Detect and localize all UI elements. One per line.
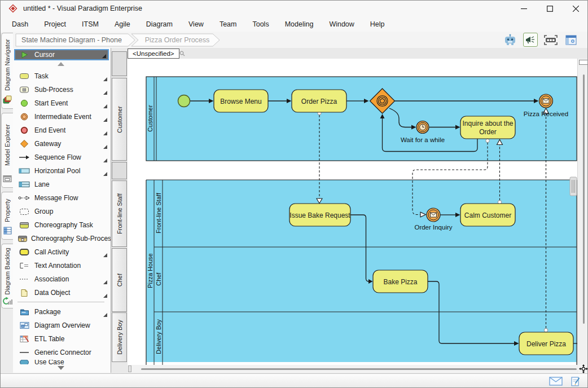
palette-scroll-down[interactable] xyxy=(13,366,109,370)
tab-model-explorer[interactable]: Model Explorer xyxy=(1,113,13,188)
task-order-pizza[interactable]: Order Pizza xyxy=(292,90,346,112)
horizontal-scrollbar[interactable] xyxy=(128,365,577,373)
group-icon xyxy=(17,208,31,215)
pan-tool-icon[interactable] xyxy=(578,364,588,374)
breadcrumb-label-1[interactable]: State Machine Diagram - Phone xyxy=(21,36,122,44)
layout-panel-icon[interactable] xyxy=(564,33,578,47)
palette-scroll-up[interactable] xyxy=(13,62,109,66)
task-calm-customer[interactable]: Calm Customer xyxy=(460,204,515,226)
breadcrumb-label-2[interactable]: Pizza Order Process xyxy=(145,36,210,44)
palette-item-data-object[interactable]: Data Object xyxy=(14,286,109,299)
minimize-button[interactable] xyxy=(511,1,537,16)
start-event[interactable] xyxy=(178,95,190,107)
palette-item-message-flow[interactable]: Message Flow xyxy=(14,192,109,204)
menu-view[interactable]: View xyxy=(188,20,204,28)
announcement-megaphone-icon[interactable] xyxy=(523,33,538,47)
maximize-button[interactable] xyxy=(537,1,563,16)
menu-help[interactable]: Help xyxy=(370,20,385,28)
task-browse-menu[interactable]: Browse Menu xyxy=(214,90,268,112)
submenu-corner xyxy=(103,253,107,257)
palette-item-lane[interactable]: Lane xyxy=(14,178,109,191)
tab-diagram-backlog[interactable]: Diagram Backlog xyxy=(1,244,13,308)
palette-item-sub-process[interactable]: Sub-Process xyxy=(14,83,109,96)
submenu-corner xyxy=(103,280,107,284)
horizontal-pool-icon xyxy=(17,167,31,174)
palette-item-choreography-sub-process[interactable]: Choreography Sub-Process xyxy=(14,232,109,245)
palette-separator xyxy=(17,302,104,302)
magnifier-icon[interactable] xyxy=(179,51,185,56)
filmstrip-frame-icon[interactable] xyxy=(543,33,558,47)
horizontal-scrollbar-thumb[interactable] xyxy=(141,368,577,370)
call-activity-icon xyxy=(17,248,31,256)
window-title: untitled * - Visual Paradigm Enterprise xyxy=(23,5,142,12)
palette-item-end-event[interactable]: End Event xyxy=(14,124,109,136)
gateway-icon xyxy=(17,139,31,148)
row-header-blank[interactable] xyxy=(112,51,127,76)
menu-agile[interactable]: Agile xyxy=(115,20,130,28)
message-envelope-icon[interactable] xyxy=(549,377,563,386)
palette-item-horizontal-pool[interactable]: Horizontal Pool xyxy=(14,165,109,177)
tool-palette: Cursor Task Sub-Process Start Event Inte… xyxy=(13,48,111,373)
choreography-task-icon xyxy=(17,222,31,229)
tab-diagram-navigator[interactable]: Diagram Navigator xyxy=(1,33,13,109)
palette-item-sequence-flow[interactable]: Sequence Flow xyxy=(14,151,109,164)
panel-collapse-grip[interactable] xyxy=(570,177,577,196)
palette-item-start-event[interactable]: Start Event xyxy=(14,97,109,109)
vertical-scrollbar-thumb[interactable] xyxy=(583,74,585,324)
menu-diagram[interactable]: Diagram xyxy=(146,20,173,28)
palette-item-text-annotation[interactable]: Text Annotation xyxy=(14,259,109,272)
menu-window[interactable]: Window xyxy=(329,20,354,28)
palette-item-diagram-overview[interactable]: Diagram Overview xyxy=(14,319,109,332)
palette-item-association[interactable]: Association xyxy=(14,273,109,285)
palette-item-etl-table[interactable]: ETL Table xyxy=(14,333,109,345)
page-corner-widget[interactable] xyxy=(579,60,588,65)
svg-text:Calm Customer: Calm Customer xyxy=(464,211,511,219)
palette-item-call-activity[interactable]: Call Activity xyxy=(14,246,109,258)
intermediate-event-icon xyxy=(17,113,31,121)
palette-item-generic-connector[interactable]: Generic Connector xyxy=(14,346,109,359)
palette-item-cursor[interactable]: Cursor xyxy=(14,49,109,60)
lane-delivery-boy-label: Delivery Boy xyxy=(155,319,162,354)
row-header-chef[interactable]: Chef xyxy=(112,248,127,312)
menu-team[interactable]: Team xyxy=(220,20,237,28)
diagram-canvas[interactable]: Customer Pizza House Front-line Staff Ch… xyxy=(128,59,577,365)
assistant-robot-icon[interactable] xyxy=(503,33,517,47)
use-case-icon xyxy=(17,360,31,364)
palette-item-choreography-task[interactable]: Choreography Task xyxy=(14,219,109,231)
start-event-icon xyxy=(17,99,31,107)
sequence-flow-icon xyxy=(17,155,31,160)
row-header-delivery-boy[interactable]: Delivery Boy xyxy=(112,312,127,362)
menu-dash[interactable]: Dash xyxy=(12,20,28,28)
menu-tools[interactable]: Tools xyxy=(252,20,269,28)
tab-property[interactable]: Property xyxy=(1,192,13,240)
menu-modeling[interactable]: Modeling xyxy=(285,20,314,28)
palette-item-task[interactable]: Task xyxy=(14,70,109,82)
lane-row-headers: Customer Front-line Staff Chef Delivery … xyxy=(111,48,128,373)
diagram-navigator-icon xyxy=(3,95,12,106)
row-header-customer[interactable]: Customer xyxy=(112,78,127,161)
task-inquire-about-the-order[interactable]: Inquire about the Order xyxy=(460,116,515,139)
palette-item-group[interactable]: Group xyxy=(14,205,109,218)
palette-item-intermediate-event[interactable]: Intermediate Event xyxy=(14,111,109,123)
menu-project[interactable]: Project xyxy=(44,20,66,28)
package-icon xyxy=(17,308,31,316)
edit-document-icon[interactable] xyxy=(571,376,581,387)
model-explorer-icon xyxy=(3,175,12,185)
row-header-front-line-staff[interactable]: Front-line Staff xyxy=(112,180,127,247)
close-button[interactable] xyxy=(563,1,588,16)
canvas-tab-unspecified[interactable]: <Unspecified> xyxy=(128,48,179,59)
palette-item-package[interactable]: Package xyxy=(14,306,109,318)
svg-text:Order Pizza: Order Pizza xyxy=(301,98,337,105)
palette-item-use-case[interactable]: Use Case xyxy=(14,360,109,364)
horizontal-scrollbar-grip[interactable] xyxy=(128,365,131,372)
palette-item-gateway[interactable]: Gateway xyxy=(14,138,109,150)
row-header-blank[interactable] xyxy=(112,162,127,179)
vertical-scrollbar[interactable] xyxy=(577,59,588,365)
task-issue-bake-request[interactable]: Issue Bake Request xyxy=(289,204,350,226)
task-deliver-pizza[interactable]: Deliver Pizza xyxy=(519,332,573,355)
menu-itsm[interactable]: ITSM xyxy=(82,20,99,28)
association-icon xyxy=(17,277,31,281)
diagram-overview-icon xyxy=(17,321,31,329)
pool-customer-label: Customer xyxy=(147,105,153,132)
task-bake-pizza[interactable]: Bake Pizza xyxy=(373,270,428,293)
